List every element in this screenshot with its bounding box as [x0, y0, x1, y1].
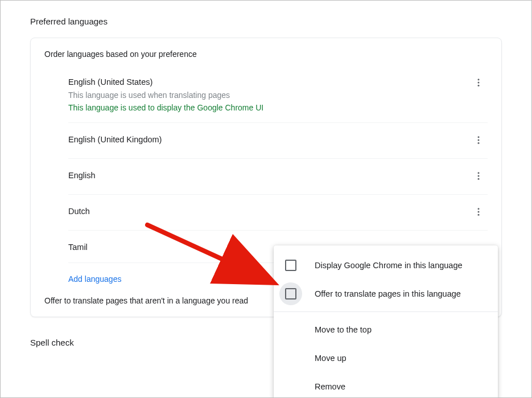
svg-point-2: [478, 85, 480, 87]
language-name: English: [68, 169, 469, 182]
add-languages-link[interactable]: Add languages: [68, 274, 121, 284]
language-context-menu: Display Google Chrome in this language O…: [274, 245, 498, 398]
language-name: English (United States): [68, 76, 469, 88]
language-row: Dutch: [68, 195, 488, 231]
checkbox-icon[interactable]: [285, 260, 296, 271]
svg-point-7: [478, 175, 480, 177]
svg-point-4: [478, 139, 480, 141]
svg-point-5: [478, 142, 480, 144]
more-vert-icon: [473, 77, 484, 88]
checkbox-icon[interactable]: [285, 288, 296, 299]
language-row: English (United Kingdom): [68, 123, 488, 159]
language-options-button[interactable]: [469, 203, 488, 221]
more-vert-icon: [473, 135, 484, 145]
language-row: English: [68, 159, 488, 195]
menu-divider: [274, 311, 498, 312]
language-row: English (United States) This language is…: [68, 65, 488, 123]
menu-item-label: Display Google Chrome in this language: [315, 261, 463, 270]
menu-item-move-up[interactable]: Move up: [274, 344, 498, 372]
svg-point-9: [478, 208, 480, 210]
svg-point-10: [478, 211, 480, 213]
language-name: Dutch: [68, 205, 469, 218]
language-options-button[interactable]: [469, 131, 488, 149]
language-subtext-ui: This language is used to display the Goo…: [68, 102, 469, 113]
svg-point-6: [478, 172, 480, 174]
svg-point-1: [478, 82, 480, 84]
menu-item-label: Move to the top: [315, 325, 372, 334]
more-vert-icon: [473, 171, 484, 181]
language-name: English (United Kingdom): [68, 133, 469, 146]
menu-item-label: Offer to translate pages in this languag…: [315, 289, 461, 298]
language-subtext-translate: This language is used when translating p…: [68, 89, 469, 101]
menu-item-label: Remove: [315, 382, 345, 391]
more-vert-icon: [473, 207, 484, 217]
section-title-preferred-languages: Preferred languages: [30, 17, 502, 26]
card-header: Order languages based on your preference: [31, 38, 501, 65]
menu-item-move-top[interactable]: Move to the top: [274, 315, 498, 344]
svg-point-3: [478, 136, 480, 138]
svg-point-11: [478, 214, 480, 216]
language-options-button[interactable]: [469, 73, 488, 92]
menu-item-offer-translate[interactable]: Offer to translate pages in this languag…: [274, 280, 498, 308]
language-options-button[interactable]: [469, 167, 488, 185]
menu-item-remove[interactable]: Remove: [274, 372, 498, 398]
menu-item-display-chrome[interactable]: Display Google Chrome in this language: [274, 251, 498, 280]
svg-point-8: [478, 178, 480, 180]
svg-point-0: [478, 79, 480, 80]
menu-item-label: Move up: [315, 354, 347, 363]
